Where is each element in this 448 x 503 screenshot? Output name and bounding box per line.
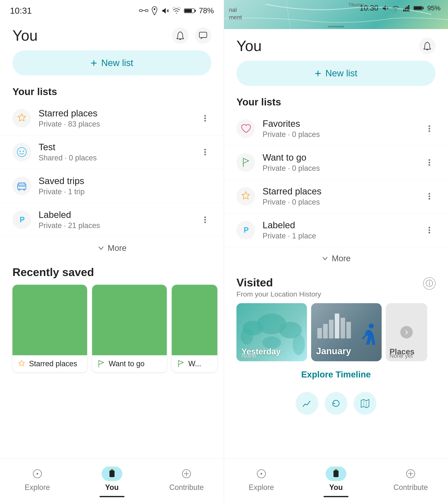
svg-point-65	[240, 328, 253, 345]
list-item-test-left[interactable]: Test Shared · 0 places	[0, 135, 224, 169]
starred-more-button-right[interactable]	[423, 190, 435, 203]
wantgo-more-button-right[interactable]	[423, 156, 435, 169]
right-panel: 10:30 95%	[224, 0, 448, 503]
chevron-down-icon-left	[97, 244, 105, 252]
refresh-icon	[331, 398, 341, 409]
starred-more-button-left[interactable]	[199, 112, 211, 125]
wantgo-meta-right: Private · 0 places	[263, 164, 423, 173]
nav-you-left[interactable]: You	[75, 464, 149, 499]
list-item-labeled-right[interactable]: P Labeled Private · 1 place	[224, 213, 448, 247]
labeled-name-right: Labeled	[263, 220, 423, 230]
explore-timeline-button[interactable]: Explore Timeline	[301, 370, 371, 379]
battery-percent-left: 78%	[199, 6, 214, 15]
status-icons-left: 78%	[139, 6, 214, 15]
new-list-button-left[interactable]: + New list	[13, 50, 211, 76]
favorites-more-button-right[interactable]	[423, 122, 435, 135]
favorites-name-right: Favorites	[263, 118, 423, 129]
your-lists-title-left: Your lists	[0, 84, 224, 101]
smile-icon-left	[16, 147, 27, 158]
visited-card-january[interactable]: January	[311, 303, 382, 361]
recently-saved-scroll-left: Starred places Want to go W...	[0, 283, 224, 378]
flag-icon-right	[240, 157, 251, 168]
january-label: January	[316, 346, 351, 356]
more-label-right: More	[332, 254, 351, 263]
svg-point-58	[429, 227, 430, 228]
saved-card-img-starred	[13, 285, 87, 355]
map-svg: Tiburon	[224, 0, 448, 29]
test-info-left: Test Shared · 0 places	[39, 142, 199, 162]
nav-you-right[interactable]: You	[299, 464, 373, 499]
svg-rect-11	[199, 32, 207, 38]
svg-point-29	[204, 221, 206, 223]
more-dots-icon	[204, 147, 206, 157]
svg-point-51	[429, 159, 430, 161]
new-list-button-right[interactable]: + New list	[237, 61, 435, 86]
nav-contribute-right[interactable]: Contribute	[373, 464, 448, 499]
visited-card-places[interactable]: Places None yet	[386, 303, 427, 361]
explore-label-left: Explore	[25, 483, 50, 492]
p-icon-left: P	[16, 214, 27, 225]
nav-contribute-left[interactable]: Contribute	[149, 464, 224, 499]
svg-rect-0	[139, 10, 142, 12]
contribute-label-left: Contribute	[169, 483, 204, 492]
svg-point-27	[204, 216, 206, 218]
explore-icon-left	[32, 469, 43, 479]
yesterday-sublabel: None	[241, 352, 256, 361]
starred-icon-wrap-right	[237, 187, 255, 206]
more-button-left[interactable]: More	[0, 237, 224, 260]
bottom-nav-left: Explore You Contribute	[0, 458, 224, 503]
list-item-wantgo-right[interactable]: Want to go Private · 0 places	[224, 146, 448, 179]
starred-meta-right: Private · 0 places	[263, 198, 423, 207]
your-lists-title-right: Your lists	[224, 94, 448, 112]
flag-icon-card-partial	[177, 360, 185, 368]
labeled-more-button-left[interactable]	[199, 213, 211, 226]
svg-point-13	[204, 117, 206, 119]
list-item-starred-right[interactable]: Starred places Private · 0 places	[224, 179, 448, 213]
list-item-starred-left[interactable]: Starred places Private · 83 places	[0, 101, 224, 135]
more-dots-icon	[204, 215, 206, 224]
saved-card-label-starred: Starred places	[29, 359, 77, 368]
trend-tab[interactable]	[296, 392, 318, 415]
bottom-nav-right: Explore You Contribute	[224, 458, 448, 503]
saved-card-wantgo[interactable]: Want to go	[92, 285, 167, 372]
more-button-right[interactable]: More	[224, 247, 448, 270]
saved-trips-name-left: Saved trips	[39, 176, 211, 186]
svg-rect-79	[335, 469, 337, 470]
svg-rect-10	[195, 10, 196, 12]
list-item-saved-trips-left[interactable]: Saved trips Private · 1 trip	[0, 169, 224, 203]
notification-button-right[interactable]	[419, 38, 435, 54]
list-item-labeled-left[interactable]: P Labeled Private · 21 places	[0, 203, 224, 237]
svg-point-14	[204, 120, 206, 122]
saved-card-starred[interactable]: Starred places	[13, 285, 87, 372]
visited-info-button[interactable]: ⓘ	[423, 277, 435, 290]
labeled-meta-left: Private · 21 places	[39, 221, 199, 230]
list-item-favorites-right[interactable]: Favorites Private · 0 places	[224, 112, 448, 146]
svg-point-52	[429, 162, 430, 163]
svg-point-59	[429, 229, 430, 231]
svg-point-16	[19, 151, 21, 152]
refresh-tab[interactable]	[325, 392, 347, 415]
labeled-meta-right: Private · 1 place	[263, 232, 423, 240]
you-icon-left	[107, 469, 117, 479]
saved-card-img-partial	[172, 285, 217, 355]
notification-button-left[interactable]	[172, 27, 189, 44]
saved-card-label-wantgo: Want to go	[109, 359, 144, 368]
message-button-left[interactable]	[195, 27, 211, 44]
saved-card-partial[interactable]: W...	[172, 285, 217, 372]
labeled-info-left: Labeled Private · 21 places	[39, 210, 199, 230]
visited-cards: Yesterday None January	[224, 299, 448, 365]
explore-timeline-section: Explore Timeline	[224, 365, 448, 386]
test-more-button-left[interactable]	[199, 146, 211, 158]
nav-explore-right[interactable]: Explore	[224, 464, 299, 499]
nav-explore-left[interactable]: Explore	[0, 464, 75, 499]
svg-rect-70	[335, 314, 339, 339]
labeled-more-button-right[interactable]	[423, 224, 435, 236]
visited-card-yesterday[interactable]: Yesterday None	[237, 303, 307, 361]
star-icon-right	[240, 191, 251, 202]
map-tab[interactable]	[354, 392, 376, 415]
svg-point-46	[392, 8, 397, 13]
star-icon-left	[16, 113, 27, 124]
svg-point-28	[204, 219, 206, 221]
starred-meta-left: Private · 83 places	[39, 120, 199, 129]
person-figure-svg	[357, 322, 378, 351]
